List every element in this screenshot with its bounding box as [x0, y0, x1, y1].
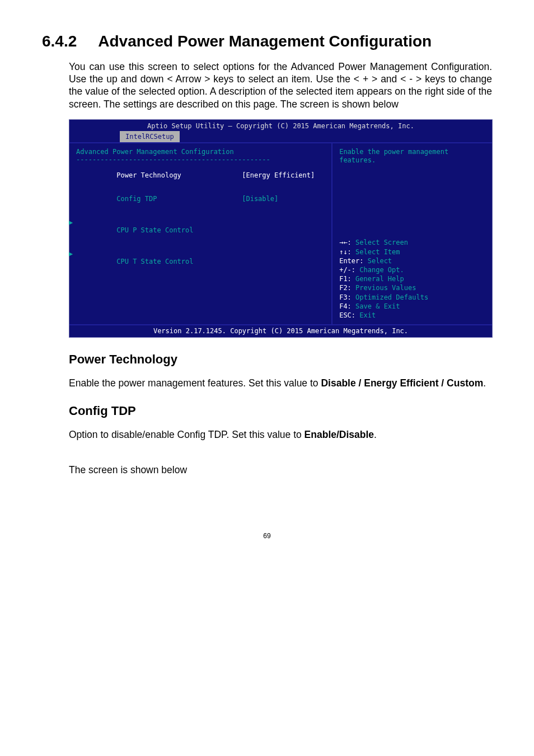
config-tdp-description: Option to disable/enable Config TDP. Set…	[69, 428, 492, 441]
bios-item-cpu-p-state[interactable]: ▶ CPU P State Control	[76, 211, 325, 242]
bios-nav-help: →←: Select Screen ↑↓: Select Item Enter:…	[339, 238, 485, 320]
text-run: Enable the power management features. Se…	[69, 377, 321, 389]
bios-tab-intelrcsetup[interactable]: IntelRCSetup	[120, 131, 180, 142]
text-bold: Enable/Disable	[305, 429, 374, 440]
submenu-marker-icon: ▶	[69, 250, 73, 258]
nav-key: F4:	[339, 302, 352, 310]
bios-item-cpu-t-state[interactable]: ▶ CPU T State Control	[76, 242, 325, 273]
bios-item-label: Config TDP	[116, 195, 157, 203]
nav-text: Previous Values	[352, 284, 416, 292]
nav-key: Enter:	[339, 257, 363, 265]
nav-key: ↑↓:	[339, 248, 352, 256]
bios-titlebar: Aptio Setup Utility – Copyright (C) 2015…	[69, 120, 492, 130]
nav-key: +/-:	[339, 266, 355, 274]
text-run: Option to disable/enable Config TDP. Set…	[69, 429, 305, 440]
text-bold: Disable / Energy Efficient / Custom	[321, 377, 483, 389]
text-run: .	[483, 377, 486, 389]
bios-separator: ----------------------------------------…	[76, 156, 325, 164]
section-heading: 6.4.2 Advanced Power Management Configur…	[42, 32, 492, 50]
power-technology-description: Enable the power management features. Se…	[69, 377, 492, 390]
nav-text: General Help	[352, 275, 404, 283]
nav-text: Save & Exit	[352, 302, 400, 310]
subheading-config-tdp: Config TDP	[69, 404, 492, 418]
nav-text: Select Screen	[352, 239, 408, 246]
bios-item-value: [Energy Efficient]	[242, 171, 315, 179]
bios-item-label: CPU P State Control	[116, 226, 193, 234]
nav-key: F2:	[339, 284, 352, 292]
text-run: .	[374, 429, 377, 440]
trailing-paragraph: The screen is shown below	[69, 464, 492, 477]
nav-text: Select Item	[352, 248, 400, 256]
page-number: 69	[42, 532, 492, 540]
bios-item-label: Power Technology	[116, 171, 181, 179]
section-number: 6.4.2	[42, 32, 77, 50]
bios-item-config-tdp[interactable]: Config TDP [Disable]	[76, 187, 325, 211]
bios-item-value: [Disable]	[242, 195, 278, 203]
subheading-power-technology: Power Technology	[69, 352, 492, 367]
bios-item-label: CPU T State Control	[116, 258, 193, 265]
submenu-marker-icon: ▶	[69, 218, 73, 226]
bios-footer: Version 2.17.1245. Copyright (C) 2015 Am…	[69, 324, 492, 337]
intro-paragraph: You can use this screen to select option…	[69, 60, 492, 111]
nav-key: →←:	[339, 239, 352, 246]
bios-left-panel: Advanced Power Management Configuration …	[69, 143, 332, 324]
nav-text: Exit	[355, 311, 376, 319]
nav-key: F3:	[339, 293, 352, 301]
bios-help-text: Enable the power management features.	[339, 148, 485, 165]
nav-key: ESC:	[339, 311, 355, 319]
nav-key: F1:	[339, 275, 352, 283]
bios-right-panel: Enable the power management features. →←…	[332, 143, 492, 324]
bios-screenshot: Aptio Setup Utility – Copyright (C) 2015…	[69, 119, 493, 338]
bios-item-power-technology[interactable]: Power Technology [Energy Efficient]	[76, 164, 325, 187]
nav-text: Change Opt.	[355, 266, 404, 274]
nav-text: Optimized Defaults	[352, 293, 428, 301]
bios-panel-title: Advanced Power Management Configuration	[76, 148, 325, 156]
section-title: Advanced Power Management Configuration	[98, 32, 432, 50]
nav-text: Select	[364, 257, 392, 265]
